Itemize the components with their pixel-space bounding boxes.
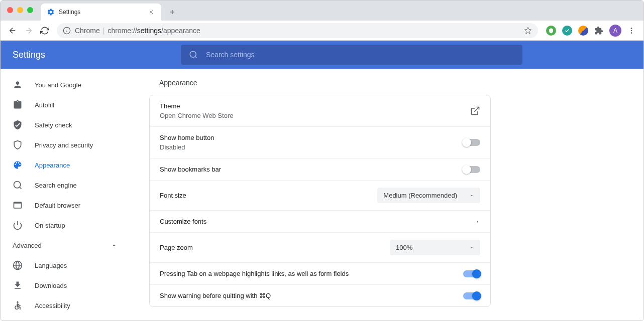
extension-icon-2[interactable]: [562, 26, 572, 36]
sidebar-label: Privacy and security: [35, 141, 93, 149]
tab-strip: Settings: [1, 1, 643, 21]
sidebar-item-appearance[interactable]: Appearance: [1, 155, 129, 175]
settings-card: Theme Open Chrome Web Store Show home bu…: [149, 95, 491, 307]
svg-point-6: [14, 182, 21, 188]
sidebar-item-languages[interactable]: Languages: [1, 255, 129, 275]
row-label: Show bookmarks bar: [160, 166, 221, 173]
row-quit-warning: Show warning before quitting with ⌘Q: [150, 285, 490, 306]
globe-icon: [13, 260, 23, 270]
back-button[interactable]: [5, 23, 21, 39]
sidebar-item-downloads[interactable]: Downloads: [1, 275, 129, 295]
sidebar-label: Appearance: [35, 162, 70, 169]
gear-icon: [47, 8, 55, 16]
svg-point-3: [631, 30, 632, 31]
shield-check-icon: [13, 120, 23, 130]
row-customize-fonts[interactable]: Customize fonts: [150, 211, 490, 233]
svg-point-2: [631, 28, 632, 29]
chevron-up-icon: [111, 242, 117, 248]
close-window-button[interactable]: [7, 7, 13, 13]
row-sublabel: Disabled: [160, 143, 214, 151]
sidebar-label: Accessibility: [35, 302, 70, 309]
browser-icon: [13, 200, 23, 210]
window-controls: [7, 7, 33, 13]
page-title: Appearance: [159, 79, 623, 87]
sidebar-item-accessibility[interactable]: Accessibility: [1, 295, 129, 315]
close-tab-button[interactable]: [147, 8, 155, 16]
search-settings-box[interactable]: [181, 45, 522, 65]
sidebar-label: Safety check: [35, 121, 72, 129]
row-page-zoom: Page zoom 100%: [150, 233, 490, 263]
search-input[interactable]: [206, 51, 514, 59]
sidebar-label: Downloads: [35, 282, 67, 289]
sidebar-advanced-toggle[interactable]: Advanced: [1, 235, 129, 255]
row-theme[interactable]: Theme Open Chrome Web Store: [150, 95, 490, 127]
chevron-right-icon: [475, 219, 480, 224]
tab-highlight-toggle[interactable]: [463, 270, 480, 277]
row-font-size: Font size Medium (Recommended): [150, 181, 490, 211]
chevron-down-icon: [469, 245, 474, 250]
browser-tab[interactable]: Settings: [41, 4, 161, 21]
row-label: Font size: [160, 192, 186, 199]
row-label: Customize fonts: [160, 218, 206, 225]
person-icon: [13, 80, 23, 90]
home-button-toggle[interactable]: [463, 139, 480, 146]
settings-title: Settings: [13, 50, 45, 60]
bookmark-star-icon[interactable]: [524, 27, 532, 35]
search-icon: [189, 50, 198, 59]
sidebar-item-search-engine[interactable]: Search engine: [1, 175, 129, 195]
chrome-menu-button[interactable]: [627, 27, 635, 35]
extensions-menu-icon[interactable]: [594, 26, 603, 35]
sidebar-label: Default browser: [35, 202, 80, 209]
extension-icons: A: [542, 25, 639, 37]
sidebar-label: You and Google: [35, 81, 81, 89]
main-content: Appearance Theme Open Chrome Web Store S…: [129, 69, 643, 320]
quit-warning-toggle[interactable]: [463, 292, 480, 299]
svg-point-8: [17, 301, 18, 303]
sidebar-label: Languages: [35, 262, 67, 269]
shield-icon: [13, 140, 23, 150]
tab-title: Settings: [59, 9, 147, 16]
reload-button[interactable]: [37, 23, 53, 39]
row-label: Pressing Tab on a webpage highlights lin…: [160, 270, 349, 277]
sidebar-label: Search engine: [35, 182, 77, 189]
row-tab-highlight: Pressing Tab on a webpage highlights lin…: [150, 263, 490, 285]
address-bar[interactable]: Chrome | chrome://settings/appearance: [57, 23, 538, 38]
row-home-button: Show home button Disabled: [150, 127, 490, 158]
palette-icon: [13, 160, 23, 170]
settings-header: Settings: [1, 41, 643, 69]
new-tab-button[interactable]: [165, 5, 179, 19]
sidebar-item-on-startup[interactable]: On startup: [1, 215, 129, 235]
svg-point-4: [631, 32, 632, 34]
maximize-window-button[interactable]: [27, 7, 33, 13]
info-icon: [63, 27, 71, 35]
url-text: Chrome | chrome://settings/appearance: [75, 27, 200, 35]
browser-toolbar: Chrome | chrome://settings/appearance A: [1, 21, 643, 41]
row-label: Show warning before quitting with ⌘Q: [160, 292, 271, 299]
extension-icon-1[interactable]: [546, 26, 556, 36]
sidebar-label: Autofill: [35, 101, 54, 109]
forward-button[interactable]: [21, 23, 37, 39]
download-icon: [13, 280, 23, 290]
svg-marker-1: [524, 27, 531, 34]
sidebar-item-default-browser[interactable]: Default browser: [1, 195, 129, 215]
svg-point-5: [190, 51, 196, 57]
row-label: Theme: [160, 102, 233, 110]
chevron-down-icon: [469, 193, 474, 198]
bookmarks-bar-toggle[interactable]: [463, 166, 480, 173]
page-zoom-select[interactable]: 100%: [390, 240, 480, 255]
sidebar-item-autofill[interactable]: Autofill: [1, 95, 129, 115]
row-sublabel: Open Chrome Web Store: [160, 112, 233, 119]
font-size-select[interactable]: Medium (Recommended): [377, 188, 480, 203]
search-icon: [13, 180, 23, 190]
sidebar-item-safety-check[interactable]: Safety check: [1, 115, 129, 135]
minimize-window-button[interactable]: [17, 7, 23, 13]
sidebar-item-you-and-google[interactable]: You and Google: [1, 75, 129, 95]
content-area: You and Google Autofill Safety check Pri…: [1, 69, 643, 320]
row-label: Page zoom: [160, 244, 193, 251]
sidebar: You and Google Autofill Safety check Pri…: [1, 69, 129, 320]
clipboard-icon: [13, 100, 23, 110]
sidebar-item-privacy[interactable]: Privacy and security: [1, 135, 129, 155]
sidebar-label: On startup: [35, 222, 65, 229]
profile-avatar[interactable]: A: [609, 25, 621, 37]
extension-icon-3[interactable]: [578, 26, 588, 36]
